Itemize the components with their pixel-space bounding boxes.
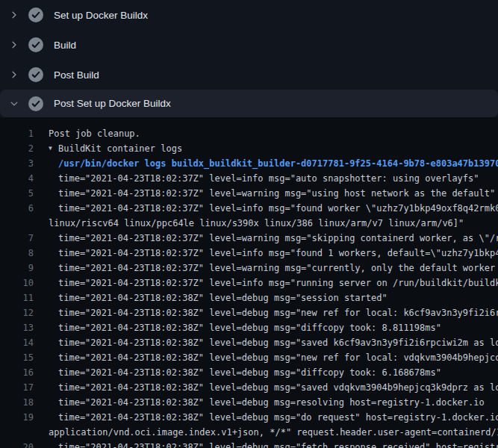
chevron-right-icon[interactable] <box>9 40 19 50</box>
log-row: 8 time="2021-04-23T18:02:37Z" level=info… <box>0 246 498 261</box>
log-row: 2 ▼ BuildKit container logs <box>0 141 498 156</box>
log-pane: 1 Post job cleanup. 2 ▼ BuildKit contain… <box>0 117 498 448</box>
log-text: time="2021-04-23T18:02:38Z" level=debug … <box>58 365 441 380</box>
step-row[interactable]: Post Set up Docker Buildx <box>0 90 498 117</box>
log-text: linux/riscv64 linux/ppc64le linux/s390x … <box>49 216 464 231</box>
log-text: time="2021-04-23T18:02:38Z" level=debug … <box>58 305 498 320</box>
check-circle-icon <box>28 37 43 52</box>
line-number[interactable]: 1 <box>0 126 34 141</box>
line-number[interactable]: 19 <box>0 410 34 425</box>
log-row: 10 time="2021-04-23T18:02:37Z" level=inf… <box>0 276 498 290</box>
line-number[interactable]: 13 <box>0 320 34 335</box>
log-text: time="2021-04-23T18:02:38Z" level=debug … <box>58 395 485 410</box>
log-text: time="2021-04-23T18:02:37Z" level=info m… <box>58 246 498 261</box>
log-row: 20 time="2021-04-23T18:02:38Z" level=deb… <box>0 440 498 448</box>
log-row: 7 time="2021-04-23T18:02:37Z" level=warn… <box>0 231 498 246</box>
step-row[interactable]: Post Build <box>0 60 498 90</box>
log-row: 15 time="2021-04-23T18:02:38Z" level=deb… <box>0 350 498 365</box>
log-row: 6 time="2021-04-23T18:02:37Z" level=info… <box>0 201 498 216</box>
log-text: application/vnd.oci.image.index.v1+json,… <box>49 425 498 440</box>
chevron-down-icon[interactable] <box>9 99 19 109</box>
step-label: Set up Docker Buildx <box>54 10 148 21</box>
workflow-log-viewer: Set up Docker Buildx Build Post Build Po… <box>0 0 498 448</box>
log-text: time="2021-04-23T18:02:37Z" level=info m… <box>58 201 498 216</box>
log-row: 4 time="2021-04-23T18:02:37Z" level=info… <box>0 171 498 186</box>
log-row: linux/riscv64 linux/ppc64le linux/s390x … <box>0 216 498 231</box>
line-number[interactable]: 16 <box>0 365 34 380</box>
log-text: time="2021-04-23T18:02:38Z" level=debug … <box>58 320 441 335</box>
line-number[interactable]: 9 <box>0 261 34 276</box>
step-label: Post Set up Docker Buildx <box>54 98 171 109</box>
log-row: 16 time="2021-04-23T18:02:38Z" level=deb… <box>0 365 498 380</box>
log-row: 3 /usr/bin/docker logs buildx_buildkit_b… <box>0 156 498 171</box>
line-number[interactable]: 2 <box>0 141 34 156</box>
log-text: time="2021-04-23T18:02:37Z" level=warnin… <box>58 231 498 246</box>
log-text: time="2021-04-23T18:02:38Z" level=debug … <box>58 380 498 395</box>
log-row: 13 time="2021-04-23T18:02:38Z" level=deb… <box>0 320 498 335</box>
check-circle-icon <box>28 96 43 111</box>
log-row: 12 time="2021-04-23T18:02:38Z" level=deb… <box>0 305 498 320</box>
chevron-right-icon[interactable] <box>9 10 19 20</box>
line-number[interactable]: 5 <box>0 186 34 201</box>
line-number[interactable] <box>0 425 34 440</box>
log-row: 14 time="2021-04-23T18:02:38Z" level=deb… <box>0 335 498 350</box>
log-text: time="2021-04-23T18:02:37Z" level=info m… <box>58 276 498 290</box>
line-number[interactable]: 20 <box>0 440 34 448</box>
line-number[interactable]: 6 <box>0 201 34 216</box>
log-text: time="2021-04-23T18:02:37Z" level=warnin… <box>58 261 498 276</box>
log-text: BuildKit container logs <box>58 141 182 156</box>
log-row: 11 time="2021-04-23T18:02:38Z" level=deb… <box>0 290 498 305</box>
line-number[interactable]: 17 <box>0 380 34 395</box>
line-number[interactable]: 10 <box>0 276 34 290</box>
line-number[interactable]: 7 <box>0 231 34 246</box>
log-row: 9 time="2021-04-23T18:02:37Z" level=warn… <box>0 261 498 276</box>
log-text: time="2021-04-23T18:02:38Z" level=debug … <box>58 350 498 365</box>
check-circle-icon <box>28 67 43 82</box>
step-label: Build <box>54 40 76 51</box>
group-collapse-icon[interactable]: ▼ <box>49 141 58 156</box>
log-text: time="2021-04-23T18:02:37Z" level=info m… <box>58 171 479 186</box>
line-number[interactable]: 12 <box>0 305 34 320</box>
line-number[interactable]: 8 <box>0 246 34 261</box>
line-number[interactable]: 4 <box>0 171 34 186</box>
line-number[interactable]: 15 <box>0 350 34 365</box>
steps-list: Set up Docker Buildx Build Post Build Po… <box>0 0 498 117</box>
log-row: 5 time="2021-04-23T18:02:37Z" level=warn… <box>0 186 498 201</box>
log-text: time="2021-04-23T18:02:38Z" level=debug … <box>58 290 387 305</box>
line-number[interactable]: 18 <box>0 395 34 410</box>
log-row: 19 time="2021-04-23T18:02:38Z" level=deb… <box>0 410 498 425</box>
log-row: 18 time="2021-04-23T18:02:38Z" level=deb… <box>0 395 498 410</box>
line-number[interactable] <box>0 216 34 231</box>
check-circle-icon <box>28 7 43 22</box>
line-number[interactable]: 11 <box>0 290 34 305</box>
line-number[interactable]: 3 <box>0 156 34 171</box>
line-number[interactable]: 14 <box>0 335 34 350</box>
log-row: 17 time="2021-04-23T18:02:38Z" level=deb… <box>0 380 498 395</box>
step-row[interactable]: Set up Docker Buildx <box>0 0 498 30</box>
chevron-right-icon[interactable] <box>9 69 19 80</box>
log-row: application/vnd.oci.image.index.v1+json,… <box>0 425 498 440</box>
log-text: time="2021-04-23T18:02:38Z" level=debug … <box>58 410 498 425</box>
log-text: time="2021-04-23T18:02:38Z" level=debug … <box>58 335 498 350</box>
step-label: Post Build <box>54 69 99 81</box>
step-row[interactable]: Build <box>0 30 498 60</box>
log-text: time="2021-04-23T18:02:38Z" level=debug … <box>58 440 498 448</box>
log-text: time="2021-04-23T18:02:37Z" level=warnin… <box>58 186 495 201</box>
log-text: /usr/bin/docker logs buildx_buildkit_bui… <box>58 156 498 171</box>
log-row: 1 Post job cleanup. <box>0 126 498 141</box>
log-text: Post job cleanup. <box>49 126 140 141</box>
